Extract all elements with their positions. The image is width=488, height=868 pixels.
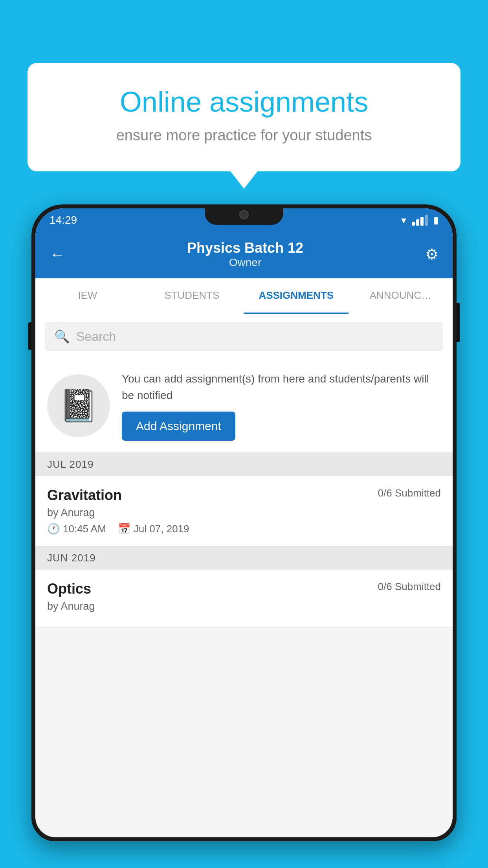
assignment-date: Jul 07, 2019 [134,523,189,535]
signal-bar-3 [420,217,424,226]
phone-outer: 14:29 ▾ ▮ ← Physics Batch 12 [31,204,457,841]
speech-bubble-subtitle: ensure more practice for your students [55,127,433,144]
assignment-row1: Gravitation 0/6 Submitted [47,487,441,504]
header-subtitle: Owner [187,256,303,269]
assignment-item-gravitation[interactable]: Gravitation 0/6 Submitted by Anurag 🕐 10… [35,476,453,546]
signal-bars [412,215,428,226]
tabs-container: IEW STUDENTS ASSIGNMENTS ANNOUNC… [35,278,453,314]
app-header: ← Physics Batch 12 Owner ⚙ [35,232,453,278]
phone-notch [205,204,283,225]
promo-icon-circle: 📓 [47,374,110,437]
assignment-time: 10:45 AM [63,523,106,535]
section-jun-2019: JUN 2019 [35,546,453,570]
assignment-by-optics: by Anurag [47,600,441,612]
back-button[interactable]: ← [50,246,65,263]
status-time: 14:29 [50,214,77,226]
search-container: 🔍 Search [35,314,453,359]
calendar-icon: 📅 [118,523,130,535]
tab-announcements[interactable]: ANNOUNC… [349,278,453,314]
search-input-wrapper[interactable]: 🔍 Search [45,322,443,351]
signal-bar-1 [412,222,415,226]
promo-text-area: You can add assignment(s) from here and … [122,371,441,441]
search-placeholder: Search [76,329,116,344]
clock-icon: 🕐 [47,523,60,535]
status-icons: ▾ ▮ [401,214,438,226]
phone-container: 14:29 ▾ ▮ ← Physics Batch 12 [31,204,457,868]
signal-bar-4 [425,215,428,226]
power-button [457,303,460,342]
phone-screen: 14:29 ▾ ▮ ← Physics Batch 12 [35,208,453,837]
gear-icon[interactable]: ⚙ [425,246,438,263]
assignment-submitted-gravitation: 0/6 Submitted [378,487,441,499]
add-assignment-button[interactable]: Add Assignment [122,412,235,441]
promo-description: You can add assignment(s) from here and … [122,371,441,404]
search-icon: 🔍 [54,329,70,344]
assignment-item-optics[interactable]: Optics 0/6 Submitted by Anurag [35,570,453,628]
speech-bubble-container: Online assignments ensure more practice … [28,63,460,171]
section-jul-2019: JUL 2019 [35,453,453,476]
notebook-icon: 📓 [59,387,98,424]
assignment-row1-optics: Optics 0/6 Submitted [47,581,441,597]
assignment-meta-gravitation: 🕐 10:45 AM 📅 Jul 07, 2019 [47,523,441,535]
signal-bar-2 [416,219,419,226]
meta-date-gravitation: 📅 Jul 07, 2019 [118,523,189,535]
assignment-name-optics: Optics [47,581,91,597]
assignment-name-gravitation: Gravitation [47,487,122,504]
speech-bubble-title: Online assignments [55,86,433,118]
front-camera [239,210,249,219]
header-title-area: Physics Batch 12 Owner [187,240,303,269]
meta-time-gravitation: 🕐 10:45 AM [47,523,106,535]
assignment-promo: 📓 You can add assignment(s) from here an… [35,359,453,453]
tab-students[interactable]: STUDENTS [140,278,244,314]
tab-assignments[interactable]: ASSIGNMENTS [244,278,349,314]
header-title: Physics Batch 12 [187,240,303,256]
tab-iew[interactable]: IEW [35,278,140,314]
speech-bubble: Online assignments ensure more practice … [28,63,460,171]
volume-button [28,322,31,350]
assignment-submitted-optics: 0/6 Submitted [378,581,441,593]
battery-icon: ▮ [433,215,438,226]
wifi-icon: ▾ [401,214,406,226]
assignment-by-gravitation: by Anurag [47,507,441,519]
